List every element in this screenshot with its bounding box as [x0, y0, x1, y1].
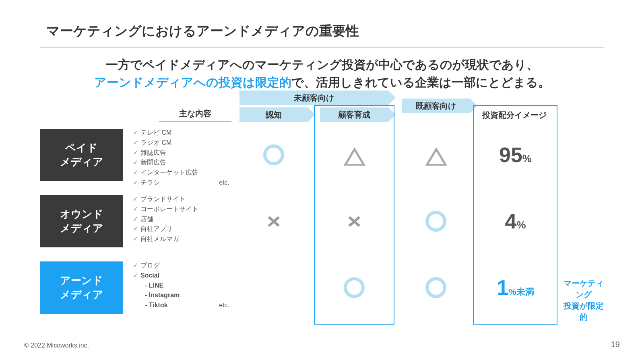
page-title: マーケティングにおけるアーンドメディアの重要性: [40, 22, 604, 40]
details-owned: ブランドサイト コーポレートサイト 店舗 自社アプリ 自社メルマガ: [133, 194, 233, 244]
pct-suffix: %未満: [508, 287, 534, 297]
etc: etc.: [219, 300, 229, 311]
item: 自社アプリ: [133, 224, 233, 234]
item: コーポレートサイト: [133, 204, 233, 214]
x-icon: ×: [347, 209, 361, 233]
media-label-owned: オウンドメディア: [40, 195, 123, 247]
cell-paid-invest: 95%: [476, 125, 555, 185]
divider: [40, 47, 604, 48]
cell-owned-invest: 4%: [476, 191, 555, 251]
cell-owned-nurturing: ×: [320, 191, 388, 251]
sub-item: - Instagram: [145, 290, 233, 300]
row-earned: アーンドメディア ブログ Social - LINE - Instagram -…: [40, 257, 604, 318]
circle-icon: [263, 144, 284, 165]
banner-awareness: 認知: [239, 107, 308, 122]
cell-earned-invest: 1%未満: [476, 257, 555, 318]
side-note: マーケティング投資が限定的: [564, 278, 604, 323]
pct-suffix: %: [516, 219, 526, 231]
triangle-icon: △: [425, 144, 446, 166]
item: 店舗: [133, 214, 233, 224]
item: ブログ: [133, 261, 233, 271]
item: インターゲット広告: [133, 168, 233, 178]
circle-icon: [425, 211, 446, 232]
row-paid: ペイドメディア テレビ CM ラジオ CM 雑誌広告 新聞広告 インターゲット広…: [40, 125, 604, 185]
pct-value: 95: [499, 143, 522, 167]
cell-earned-nurturing: [320, 257, 388, 318]
item: 自社メルマガ: [133, 234, 233, 244]
cell-paid-awareness: [239, 125, 308, 185]
sub-item: - LINE: [145, 281, 233, 291]
cell-paid-nurturing: △: [320, 125, 388, 185]
item: 新聞広告: [133, 158, 233, 168]
banner-prospect: 未顧客向け: [239, 90, 388, 105]
cell-earned-existing: [402, 257, 470, 318]
cell-paid-existing: △: [402, 125, 470, 185]
etc: etc.: [219, 178, 229, 188]
col-header-invest: 投資配分イメージ: [476, 110, 553, 121]
banner-existing: 既顧客向け: [402, 99, 470, 113]
banner-nurturing: 顧客育成: [320, 107, 388, 122]
copyright: © 2022 Micoworks inc.: [24, 342, 89, 349]
subtitle: 一方でペイドメディアへのマーケティング投資が中心であるのが現状であり、 アーンド…: [40, 56, 604, 91]
circle-icon: [344, 277, 365, 298]
details-earned: ブログ Social - LINE - Instagram - Tiktok e…: [133, 261, 233, 311]
page-number: 19: [611, 340, 620, 349]
circle-icon: [425, 277, 446, 298]
col-header-content: 主な内容: [159, 108, 231, 122]
item: ブランドサイト: [133, 194, 233, 204]
pct-value: 1: [497, 276, 508, 299]
item: テレビ CM: [133, 128, 233, 138]
media-label-earned: アーンドメディア: [40, 261, 123, 314]
media-label-paid: ペイドメディア: [40, 129, 123, 181]
details-paid: テレビ CM ラジオ CM 雑誌広告 新聞広告 インターゲット広告 チラシ et…: [133, 128, 233, 188]
item: チラシ: [133, 178, 233, 188]
triangle-icon: △: [344, 144, 365, 166]
row-owned: オウンドメディア ブランドサイト コーポレートサイト 店舗 自社アプリ 自社メル…: [40, 191, 604, 251]
pct-value: 4: [505, 210, 516, 233]
item: ラジオ CM: [133, 138, 233, 148]
cell-owned-existing: [402, 191, 470, 251]
pct-suffix: %: [522, 152, 532, 165]
x-icon: ×: [267, 209, 281, 233]
subtitle-line1: 一方でペイドメディアへのマーケティング投資が中心であるのが現状であり、: [106, 58, 539, 71]
cell-owned-awareness: ×: [239, 191, 308, 251]
cell-earned-awareness: [239, 257, 308, 318]
subtitle-line2-black: で、活用しきれている企業は一部にとどまる。: [291, 76, 550, 89]
item: Social: [133, 271, 233, 281]
subtitle-line2-blue: アーンドメディアへの投資は限定的: [94, 76, 291, 89]
item: 雑誌広告: [133, 148, 233, 158]
